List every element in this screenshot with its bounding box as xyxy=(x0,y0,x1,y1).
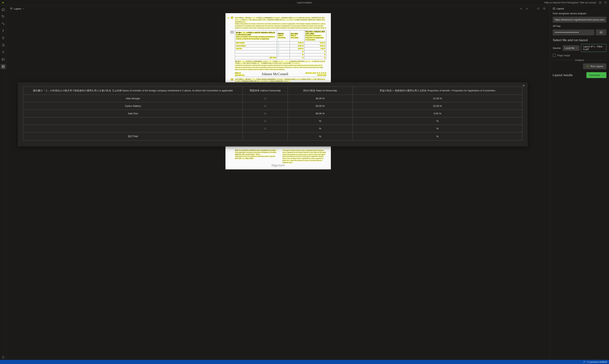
app-logo xyxy=(0,1,6,4)
zoom-in-icon xyxy=(543,7,546,10)
th-ratio: 持分の割合 Ratio of Ownership xyxy=(288,87,353,95)
svg-point-15 xyxy=(584,361,584,362)
reveal-key-button[interactable] xyxy=(596,29,606,35)
person-icon xyxy=(1,29,5,33)
page-range-label: Page range: xyxy=(557,54,571,57)
gear-icon xyxy=(1,356,5,359)
sidebar-analyze[interactable] xyxy=(0,42,6,48)
app-title: Layout analyze xyxy=(297,1,312,4)
table-row: □ % % xyxy=(23,125,522,132)
undo-icon xyxy=(520,7,523,10)
status-bar: 2.1-preview.3-dcfb033 xyxy=(0,360,609,364)
apikey-input[interactable] xyxy=(553,29,594,35)
eye-icon xyxy=(599,31,603,34)
marker: ◆ xyxy=(228,16,229,19)
analysis-divider: Analysis xyxy=(553,59,606,62)
page-indicator: Page 2 of 4 xyxy=(272,164,285,167)
home-icon xyxy=(1,8,5,11)
svg-point-8 xyxy=(3,357,4,358)
th-indirect: 間接保有 Indirect Ownership xyxy=(243,87,288,95)
panel-header: Layout xyxy=(553,7,606,10)
table-row: Julie Doe □ 80.00 % 5.00 % xyxy=(23,110,522,117)
doc-text: Details of proportion of income to which… xyxy=(235,23,326,29)
layout-results-label: Layout results xyxy=(553,73,573,77)
zoom-in-button[interactable] xyxy=(542,7,546,11)
title-bar: Layout analyze Help us improve Form Reco… xyxy=(0,0,609,5)
endpoint-input[interactable] xyxy=(553,17,606,23)
feedback-icon[interactable] xyxy=(599,1,601,4)
extracted-table-overlay: 届出書の「２」の外国法人の株主等で租税条約の適用を受ける者の氏名 又は名称 Na… xyxy=(18,82,528,146)
survey-link[interactable]: Help us improve Form Recognizer. Take ou… xyxy=(544,1,596,4)
undo-button[interactable] xyxy=(519,7,523,11)
table-row: □ % % xyxy=(23,117,522,125)
signature: Johnnie McConnell xyxy=(262,72,288,76)
apikey-label: API key xyxy=(553,25,606,27)
page-range-checkbox[interactable]: Page range: xyxy=(553,54,606,57)
branch-icon xyxy=(583,361,586,363)
svg-rect-6 xyxy=(2,58,4,61)
center-area: Layers 3 ◆ 日本で親税上、届出書の「２」の外国法人が納税義務者とされる… xyxy=(6,5,550,360)
sidebar-layout[interactable] xyxy=(0,64,6,69)
svg-point-2 xyxy=(2,16,3,16)
run-layout-button[interactable]: Run Layout xyxy=(583,63,607,69)
document-canvas[interactable]: 3 ◆ 日本で親税上、届出書の「２」の外国法人が納税義務者とされるが、租税条約の… xyxy=(6,12,550,360)
checkbox-box xyxy=(553,54,556,57)
chevron-down-icon xyxy=(601,74,604,76)
sidebar-settings[interactable] xyxy=(0,355,6,360)
version-label: 2.1-preview.3-dcfb033 xyxy=(587,361,607,363)
doc-text: 日本で親税上、届出書の「２」の外国法人が納税義務者とされるが、租税条約の規定によ… xyxy=(235,17,325,23)
svg-rect-12 xyxy=(553,8,555,10)
table-icon xyxy=(230,31,234,34)
doc-embedded-table: 届出書の「２」の外国法人の株主等で租税条約の適用を受ける者の氏名又は名称Name… xyxy=(235,30,326,59)
th-name: 届出書の「２」の外国法人の株主等で租税条約の適用を受ける者の氏名 又は名称 Na… xyxy=(23,87,243,95)
doc-text: 届出書の「２」の外国法人が納税義務者とされる「１」の租税について、「１」の租税条… xyxy=(235,61,325,70)
svg-rect-7 xyxy=(2,65,4,68)
sidebar-home[interactable] xyxy=(0,7,6,12)
sidebar-ocr[interactable] xyxy=(0,57,6,62)
extracted-table: 届出書の「２」の外国法人の株主等で租税条約の適用を受ける者の氏名 又は名称 Na… xyxy=(23,87,522,141)
play-doc-icon xyxy=(586,65,589,68)
plug-icon xyxy=(1,22,5,25)
sidebar-train[interactable] xyxy=(0,28,6,33)
chevron-down-icon xyxy=(22,8,25,10)
overlay-close-button[interactable] xyxy=(522,84,525,87)
table-row: Allan Munger □ 45.00 % 22.00 % xyxy=(23,95,522,102)
lightbulb-icon xyxy=(1,36,5,40)
source-select[interactable]: Local file xyxy=(563,45,580,51)
layout-small-icon xyxy=(553,7,555,10)
sidebar-compose[interactable] xyxy=(0,35,6,41)
ocr-icon xyxy=(1,58,5,61)
endpoint-label: Form recognizer service endpoint xyxy=(553,12,606,15)
section-badge-3: 3 xyxy=(231,16,233,19)
zoom-out-icon xyxy=(537,7,540,10)
layers-dropdown[interactable]: Layers xyxy=(10,7,25,10)
sidebar-power[interactable] xyxy=(0,50,6,55)
file-name-field[interactable]: Layout JP 1 - Filled In.pdf xyxy=(581,44,606,52)
layout-icon xyxy=(1,65,5,68)
sidebar-tag[interactable] xyxy=(0,14,6,19)
zoom-out-button[interactable] xyxy=(536,7,541,11)
select-file-section: Select file and run layout xyxy=(553,38,606,42)
svg-point-5 xyxy=(3,30,4,31)
table-row-total: 合計Total % % xyxy=(23,132,522,141)
redo-icon xyxy=(526,7,529,10)
svg-point-13 xyxy=(601,32,602,33)
close-icon xyxy=(522,84,525,87)
section-badge-5: 5 xyxy=(231,78,233,81)
th-benefit: 受益の割合＝ 租税条約の適用を受ける割合 Proportion of benef… xyxy=(352,87,522,95)
download-button[interactable]: Download xyxy=(586,72,606,78)
layers-icon xyxy=(10,7,13,10)
svg-rect-11 xyxy=(230,31,234,33)
redo-button[interactable] xyxy=(525,7,529,11)
svg-point-16 xyxy=(584,362,584,363)
help-icon[interactable] xyxy=(604,1,607,4)
right-panel: Layout Form recognizer service endpoint … xyxy=(550,5,609,360)
panel-title: Layout xyxy=(556,7,564,10)
canvas-toolbar: Layers xyxy=(6,5,550,12)
table-row: Carlos Slattery □ 56.00 % 10.00 % xyxy=(23,102,522,110)
layers-label: Layers xyxy=(14,7,21,10)
source-label: Source: xyxy=(553,47,561,50)
left-sidebar xyxy=(0,5,6,360)
sidebar-connect[interactable] xyxy=(0,21,6,26)
power-plug-icon xyxy=(1,51,5,54)
